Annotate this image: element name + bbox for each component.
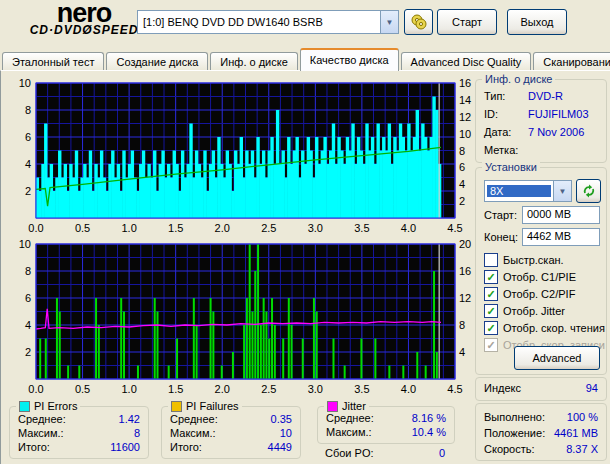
checkbox-icon[interactable] [484, 253, 498, 267]
toolbar-icon-button[interactable] [404, 9, 433, 35]
svg-text:2: 2 [459, 195, 465, 207]
tab-create-disc[interactable]: Создание диска [106, 52, 208, 71]
pi-failures-swatch [171, 401, 182, 412]
end-mb-field[interactable]: 4462 MB [522, 228, 600, 246]
checkbox-show-c2-pif[interactable]: ✓ Отобр. C2/PIF [484, 287, 575, 301]
tab-benchmark[interactable]: Эталонный тест [2, 52, 104, 71]
max-label: Максим.: [170, 427, 216, 439]
avg-value: 8.16 % [412, 412, 446, 424]
disc-id-label: ID: [484, 108, 498, 120]
checkmark-icon[interactable]: ✓ [484, 270, 498, 284]
tab-bar: Эталонный тест Создание диска Инф. о дис… [2, 49, 610, 71]
discs-icon [410, 14, 428, 30]
svg-text:10: 10 [459, 128, 471, 140]
svg-text:2.0: 2.0 [215, 222, 230, 234]
svg-text:16: 16 [459, 77, 471, 89]
settings-group: Установки 8X ▼ Старт: 0000 MB Конец: 446… [475, 167, 607, 375]
refresh-button[interactable] [576, 179, 601, 203]
tab-disc-info[interactable]: Инф. о диске [210, 52, 297, 71]
svg-text:2.0: 2.0 [215, 383, 230, 395]
avg-label: Среднее: [18, 413, 66, 425]
pi-failures-title: PI Failures [186, 400, 239, 412]
svg-text:6: 6 [25, 131, 31, 143]
advanced-button[interactable]: Advanced [514, 346, 600, 370]
checkmark-icon[interactable]: ✓ [484, 304, 498, 318]
svg-text:12: 12 [459, 292, 471, 304]
checkbox-show-jitter[interactable]: ✓ Отобр. Jitter [484, 304, 565, 318]
start-mb-field[interactable]: 0000 MB [522, 206, 600, 224]
svg-text:4.5: 4.5 [447, 222, 462, 234]
checkmark-icon[interactable]: ✓ [484, 287, 498, 301]
svg-text:6: 6 [459, 161, 465, 173]
svg-text:10: 10 [19, 77, 31, 89]
total-value: 11600 [110, 441, 140, 453]
jitter-swatch [327, 401, 338, 412]
svg-text:12: 12 [459, 111, 471, 123]
start-button[interactable]: Старт [437, 9, 497, 35]
disc-date-label: Дата: [484, 126, 511, 138]
checkbox-fast-scan[interactable]: Быстр.скан. [484, 253, 564, 267]
svg-text:3.5: 3.5 [354, 383, 369, 395]
avg-label: Среднее: [326, 412, 374, 424]
svg-text:8: 8 [459, 145, 465, 157]
svg-text:16: 16 [459, 265, 471, 277]
position-label: Положение: [484, 427, 545, 439]
svg-text:1.0: 1.0 [121, 383, 136, 395]
refresh-icon [582, 184, 596, 198]
disc-type-label: Тип: [484, 90, 505, 102]
svg-text:3.0: 3.0 [308, 222, 323, 234]
speed-select[interactable]: 8X ▼ [484, 180, 572, 202]
po-failures-row: Сбои PO: 0 [325, 447, 445, 459]
total-label: Итого: [170, 441, 202, 453]
svg-text:4.0: 4.0 [401, 222, 416, 234]
svg-text:8: 8 [25, 104, 31, 116]
done-value: 100 % [567, 411, 598, 423]
total-value: 4449 [268, 441, 292, 453]
index-label: Индекс [484, 382, 521, 394]
disc-info-group: Инф. о диске Тип: DVD-R ID: FUJIFILM03 Д… [475, 79, 607, 163]
checkbox-show-read-speed[interactable]: ✓ Отобр. скор. чтения [484, 321, 605, 335]
checkbox-label: Отобр. скор. чтения [503, 322, 605, 334]
drive-select[interactable]: [1:0] BENQ DVD DD DW1640 BSRB ▼ [137, 10, 399, 34]
exit-button[interactable]: Выход [507, 9, 567, 35]
disc-type-value: DVD-R [528, 90, 563, 102]
chevron-down-icon[interactable]: ▼ [380, 11, 398, 33]
checkmark-icon[interactable]: ✓ [484, 321, 498, 335]
svg-text:4: 4 [25, 319, 31, 331]
total-label: Итого: [18, 441, 50, 453]
chevron-down-icon[interactable]: ▼ [553, 181, 571, 201]
svg-text:1.5: 1.5 [168, 383, 183, 395]
svg-text:4.0: 4.0 [401, 383, 416, 395]
svg-text:1.5: 1.5 [168, 222, 183, 234]
svg-text:14: 14 [459, 94, 471, 106]
done-label: Выполнено: [484, 411, 545, 423]
index-box: Индекс 94 [475, 377, 607, 401]
svg-text:2.5: 2.5 [261, 222, 276, 234]
svg-text:0.0: 0.0 [28, 222, 43, 234]
disc-label-row: Метка: [484, 144, 598, 156]
max-value: 8 [134, 427, 140, 439]
tab-disc-quality[interactable]: Качество диска [300, 48, 399, 71]
end-mb-label: Конец: [484, 231, 518, 243]
tab-scan-disc[interactable]: Сканирование диска [533, 52, 610, 71]
pi-errors-swatch [19, 401, 30, 412]
svg-text:2.5: 2.5 [261, 383, 276, 395]
checkbox-label: Отобр. Jitter [503, 305, 565, 317]
svg-text:4: 4 [459, 346, 465, 358]
speed-value: 8.37 X [566, 443, 598, 455]
svg-text:20: 20 [459, 238, 471, 250]
pi-failures-stats: PI Failures Среднее:0.35 Максим.:10 Итог… [161, 406, 301, 459]
checkbox-show-c1-pie[interactable]: ✓ Отобр. C1/PIE [484, 270, 576, 284]
tab-advanced-disc-quality[interactable]: Advanced Disc Quality [401, 52, 532, 71]
svg-text:2: 2 [25, 346, 31, 358]
avg-value: 1.42 [119, 413, 140, 425]
svg-text:0.5: 0.5 [75, 222, 90, 234]
checkbox-label: Быстр.скан. [503, 254, 564, 266]
svg-text:4: 4 [459, 178, 465, 190]
checkbox-label: Отобр. C1/PIE [503, 271, 576, 283]
checkmark-icon: ✓ [484, 338, 498, 352]
pi-failures-jitter-chart: 246810481216200.00.51.01.52.02.53.03.54.… [3, 238, 473, 397]
avg-value: 0.35 [271, 413, 292, 425]
svg-text:10: 10 [19, 238, 31, 250]
svg-text:4: 4 [25, 158, 31, 170]
